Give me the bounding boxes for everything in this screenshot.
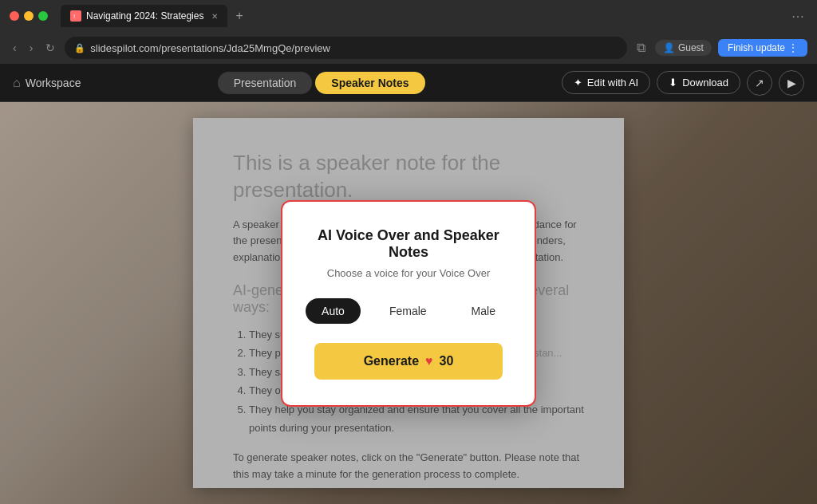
guest-icon: 👤 <box>663 42 675 53</box>
back-button[interactable]: ‹ <box>10 40 20 56</box>
modal-title: AI Voice Over and Speaker Notes <box>314 227 503 261</box>
lock-icon: 🔒 <box>74 43 85 53</box>
toolbar-tabs: Presentation Speaker Notes <box>81 72 561 94</box>
modal-overlay: AI Voice Over and Speaker Notes Choose a… <box>0 102 817 504</box>
credits-count: 30 <box>440 354 454 368</box>
heart-icon: ♥ <box>425 354 433 368</box>
tab-favicon: ! <box>70 10 81 22</box>
guest-button[interactable]: 👤 Guest <box>655 40 712 56</box>
workspace-button[interactable]: ⌂ Workspace <box>13 76 81 90</box>
modal-subtitle: Choose a voice for your Voice Over <box>314 267 503 279</box>
new-tab-button[interactable]: + <box>231 7 247 25</box>
tab-close-icon[interactable]: ✕ <box>211 12 218 21</box>
generate-label: Generate <box>364 354 419 368</box>
guest-label: Guest <box>678 42 704 53</box>
download-icon: ⬇ <box>669 77 677 89</box>
edit-ai-label: Edit with AI <box>587 77 638 89</box>
share-icon: ↗ <box>755 77 764 89</box>
home-icon: ⌂ <box>13 76 21 90</box>
forward-button[interactable]: › <box>26 40 37 56</box>
edit-with-ai-button[interactable]: ✦ Edit with AI <box>562 71 650 94</box>
download-button[interactable]: ⬇ Download <box>657 71 740 94</box>
generate-button[interactable]: Generate ♥ 30 <box>314 343 503 380</box>
voice-option-male[interactable]: Male <box>456 298 511 324</box>
title-bar: ! Navigating 2024: Strategies ✕ + ⋯ <box>0 0 817 32</box>
url-text: slidespilot.com/presentations/Jda25MmgQe… <box>90 42 330 54</box>
browser-actions: ⧉ 👤 Guest Finish update ⋮ <box>633 39 807 57</box>
browser-tab-active[interactable]: ! Navigating 2024: Strategies ✕ <box>61 5 227 27</box>
download-label: Download <box>682 77 728 89</box>
tab-title: Navigating 2024: Strategies <box>86 10 203 22</box>
workspace-label: Workspace <box>26 77 81 89</box>
finish-update-button[interactable]: Finish update ⋮ <box>718 39 807 57</box>
tab-speaker-notes[interactable]: Speaker Notes <box>315 72 424 94</box>
chevron-icon: ⋮ <box>788 42 798 53</box>
split-view-icon[interactable]: ⧉ <box>633 39 649 57</box>
voice-option-female[interactable]: Female <box>373 298 443 324</box>
play-button[interactable]: ▶ <box>779 70 804 96</box>
minimize-button[interactable] <box>24 11 34 21</box>
address-bar: ‹ › ↻ 🔒 slidespilot.com/presentations/Jd… <box>0 32 817 64</box>
sparkle-icon: ✦ <box>574 77 582 89</box>
app-toolbar: ⌂ Workspace Presentation Speaker Notes ✦… <box>0 64 817 102</box>
toolbar-right: ✦ Edit with AI ⬇ Download ↗ ▶ <box>562 70 804 96</box>
tab-presentation[interactable]: Presentation <box>218 72 313 94</box>
reload-button[interactable]: ↻ <box>42 40 58 56</box>
finish-update-label: Finish update <box>728 42 785 53</box>
voice-over-modal: AI Voice Over and Speaker Notes Choose a… <box>281 200 536 407</box>
voice-option-auto[interactable]: Auto <box>306 298 361 324</box>
share-button[interactable]: ↗ <box>747 70 772 96</box>
traffic-lights <box>10 11 48 21</box>
tab-bar: ! Navigating 2024: Strategies ✕ + <box>61 5 782 27</box>
voice-options: Auto Female Male <box>314 298 503 324</box>
url-bar[interactable]: 🔒 slidespilot.com/presentations/Jda25Mmg… <box>65 37 627 59</box>
svg-text:!: ! <box>73 13 75 20</box>
play-icon: ▶ <box>787 77 796 89</box>
main-content: This is a speaker note for the presentat… <box>0 102 817 504</box>
maximize-button[interactable] <box>38 11 48 21</box>
extensions-icon[interactable]: ⋯ <box>788 7 807 26</box>
close-button[interactable] <box>10 11 19 21</box>
